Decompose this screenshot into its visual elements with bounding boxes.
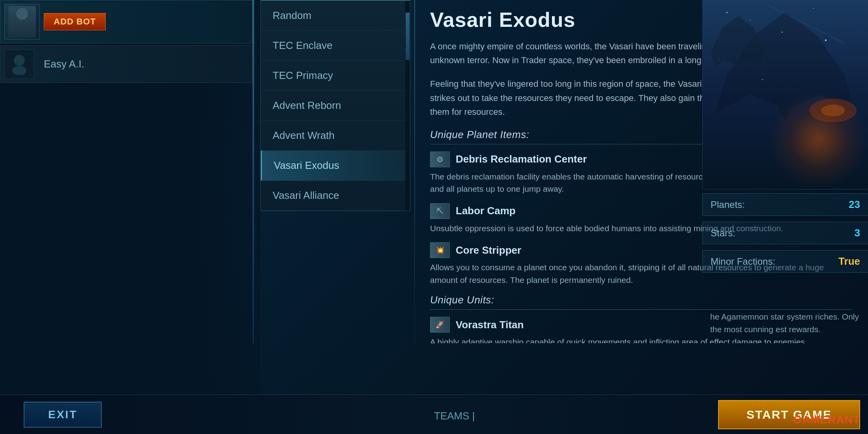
map-stats-panel: Planets: 23 Stars: 3 Minor Factions: Tru…	[702, 193, 868, 279]
teams-label: TEAMS |	[434, 410, 475, 422]
faction-scrollbar[interactable]	[405, 1, 410, 211]
right-panel: Planets: 23 Stars: 3 Minor Factions: Tru…	[702, 0, 868, 434]
debris-reclamation-name: Debris Reclamation Center	[456, 153, 587, 165]
ai-label: Easy A.I.	[44, 58, 84, 70]
engine-glow	[769, 90, 868, 189]
core-stripper-name: Core Stripper	[456, 244, 521, 256]
faction-item-advent-wrath[interactable]: Advent Wrath	[261, 121, 410, 151]
minor-factions-label: Minor Factions:	[711, 256, 838, 267]
vorastra-name: Vorastra Titan	[456, 319, 524, 331]
labor-camp-name: Labor Camp	[456, 205, 516, 217]
faction-item-tec-enclave[interactable]: TEC Enclave	[261, 31, 410, 61]
avatar-figure	[8, 6, 36, 37]
stars-label: Stars:	[711, 228, 855, 239]
space-preview	[702, 0, 868, 189]
faction-item-vasari-exodus[interactable]: Vasari Exodus	[261, 151, 410, 181]
player-avatar	[4, 4, 40, 39]
ai-slot: Easy A.I.	[0, 45, 253, 83]
add-bot-button[interactable]: ADD BOT	[44, 13, 106, 30]
labor-camp-icon	[430, 203, 450, 219]
exit-button[interactable]: EXIT	[24, 402, 102, 428]
map-description: he Agamemnon star system riches. Only th…	[702, 303, 868, 343]
faction-item-advent-reborn[interactable]: Advent Reborn	[261, 91, 410, 121]
debris-reclamation-icon	[430, 152, 450, 167]
gamerant-text: GAMERANT	[793, 413, 860, 426]
minor-factions-stat: Minor Factions: True	[702, 250, 868, 273]
svg-point-0	[14, 55, 25, 66]
minor-factions-value: True	[838, 255, 860, 268]
core-stripper-icon	[430, 242, 450, 258]
faction-scroll-thumb	[406, 13, 410, 60]
vorastra-icon	[430, 317, 450, 333]
ai-avatar	[4, 49, 34, 79]
svg-point-1	[12, 66, 26, 75]
panel-divider	[253, 0, 254, 343]
faction-item-vasari-alliance[interactable]: Vasari Alliance	[261, 181, 410, 211]
stars-stat: Stars: 3	[702, 222, 868, 244]
player-slot: ADD BOT	[0, 0, 253, 43]
faction-item-random[interactable]: Random	[261, 1, 410, 31]
bottom-bar: EXIT TEAMS | START GAME GAMERANT	[0, 395, 868, 434]
planets-value: 23	[849, 198, 860, 211]
planets-stat: Planets: 23	[702, 193, 868, 216]
gamerant-logo: GAMERANT	[793, 413, 860, 426]
faction-item-tec-primacy[interactable]: TEC Primacy	[261, 61, 410, 91]
faction-dropdown: Random TEC Enclave TEC Primacy Advent Re…	[260, 0, 410, 211]
planets-label: Planets:	[711, 199, 849, 210]
stars-value: 3	[855, 227, 860, 239]
ai-avatar-icon	[9, 53, 29, 75]
